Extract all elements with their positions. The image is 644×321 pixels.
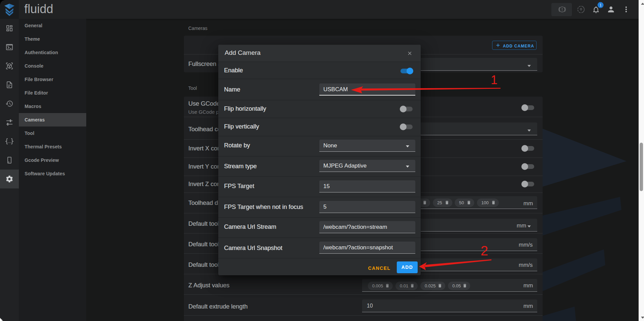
svg-text:2: 2 <box>481 243 488 258</box>
svg-text:1: 1 <box>491 73 497 87</box>
